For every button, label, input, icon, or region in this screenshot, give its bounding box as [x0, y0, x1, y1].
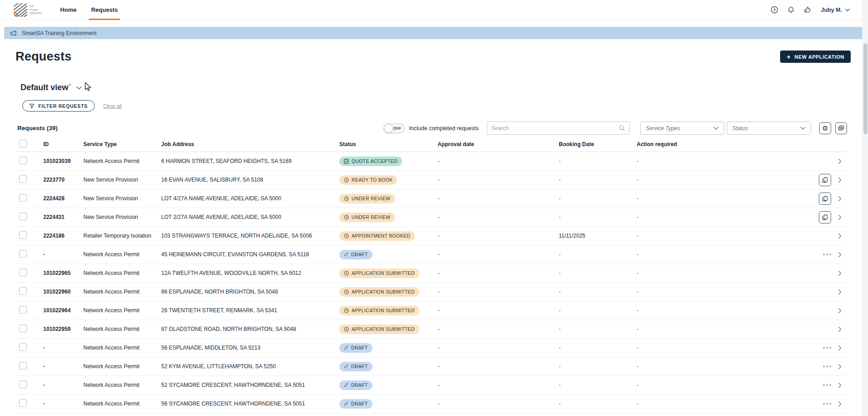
table-row[interactable]: 101022964Network Access Permit26 TWENTIE…	[16, 301, 847, 320]
duplicate-request-button[interactable]	[819, 211, 831, 223]
status-select[interactable]: Status	[727, 122, 811, 135]
row-checkbox[interactable]	[19, 269, 27, 276]
nav-item-requests[interactable]: Requests	[91, 0, 118, 20]
export-columns-button[interactable]	[835, 122, 847, 134]
chevron-right-icon	[838, 177, 842, 183]
table-row[interactable]: -Network Access Permit56 SYCAMORE CRESCE…	[16, 395, 847, 413]
row-checkbox[interactable]	[19, 157, 27, 164]
row-checkbox[interactable]	[19, 231, 27, 239]
user-menu[interactable]: Juby M.	[821, 7, 850, 13]
clock-icon	[344, 271, 349, 276]
row-checkbox[interactable]	[19, 213, 27, 220]
cell-booking-date: -	[559, 401, 637, 407]
row-checkbox[interactable]	[19, 250, 27, 258]
row-menu-button[interactable]	[823, 364, 831, 369]
table-settings-button[interactable]: ⚙	[819, 122, 831, 134]
row-menu-button[interactable]	[823, 252, 831, 257]
column-header-service-type[interactable]: Service Type	[83, 141, 161, 147]
table-row[interactable]: -Network Access Permit56 ESPLANADE, MIDD…	[16, 339, 847, 357]
row-checkbox[interactable]	[19, 343, 27, 351]
row-checkbox[interactable]	[19, 306, 27, 314]
cell-status: DRAFT	[339, 362, 438, 371]
table-row[interactable]: -Network Access Permit52 SYCAMORE CRESCE…	[16, 376, 847, 395]
filter-requests-button[interactable]: FILTER REQUESTS	[22, 100, 95, 112]
status-badge: DRAFT	[339, 380, 373, 390]
table-row[interactable]: 101023039Network Access Permit6 HARMON S…	[16, 152, 847, 171]
user-name: Juby M.	[821, 7, 842, 13]
cell-booking-date: 11/11/2025	[559, 233, 637, 239]
table-row[interactable]: 2224428New Service ProvisionLOT 4/27A NA…	[16, 189, 847, 208]
open-request-button[interactable]	[838, 326, 842, 332]
open-request-button[interactable]	[838, 382, 842, 388]
checkbox-checked-icon	[344, 159, 349, 164]
row-checkbox[interactable]	[19, 362, 27, 370]
table-header-row: ID Service Type Job Address Status Appro…	[16, 137, 847, 152]
cell-booking-date: -	[559, 345, 637, 351]
open-request-button[interactable]	[838, 289, 842, 295]
table-row[interactable]: 101022965Network Access Permit12A TWELFT…	[16, 264, 847, 283]
open-request-button[interactable]	[838, 308, 842, 314]
row-menu-button[interactable]	[823, 345, 831, 350]
cell-booking-date: -	[559, 363, 637, 370]
table-row[interactable]: -Network Access Permit52 KYM AVENUE, LIT…	[16, 357, 847, 376]
open-request-button[interactable]	[838, 270, 842, 276]
row-menu-button[interactable]	[823, 401, 831, 406]
table-row[interactable]: 2224186Retailer Temporary Isolation103 S…	[16, 227, 847, 245]
row-checkbox[interactable]	[19, 380, 27, 388]
cell-status: UNDER REVIEW	[339, 213, 438, 222]
chevron-down-icon[interactable]	[76, 86, 82, 90]
cell-action-required: -	[637, 307, 800, 314]
select-all-checkbox[interactable]	[19, 140, 27, 147]
row-checkbox[interactable]	[19, 325, 27, 332]
row-checkbox[interactable]	[19, 287, 27, 295]
column-header-status[interactable]: Status	[339, 141, 438, 147]
cell-booking-date: -	[559, 158, 637, 164]
column-header-job-address[interactable]: Job Address	[161, 141, 339, 147]
cell-action-required: -	[637, 326, 800, 332]
open-request-button[interactable]	[838, 401, 842, 407]
status-badge: APPLICATION SUBMITTED	[339, 269, 419, 278]
open-request-button[interactable]	[838, 233, 842, 239]
column-header-approval-date[interactable]: Approval date	[438, 141, 559, 147]
cell-id: -	[43, 345, 83, 351]
table-row[interactable]: 101022959Network Access Permit87 GLADSTO…	[16, 320, 847, 339]
table-row[interactable]: 101022960Network Access Permit86 ESPLANA…	[16, 283, 847, 301]
search-input[interactable]	[491, 125, 618, 132]
open-request-button[interactable]	[838, 196, 842, 202]
cell-service-type: Network Access Permit	[83, 307, 161, 314]
row-checkbox[interactable]	[19, 194, 27, 202]
cell-service-type: Network Access Permit	[83, 382, 161, 388]
open-request-button[interactable]	[838, 158, 842, 164]
open-request-button[interactable]	[838, 177, 842, 183]
open-request-button[interactable]	[838, 214, 842, 220]
duplicate-request-button[interactable]	[819, 174, 831, 186]
open-request-button[interactable]	[838, 364, 842, 370]
row-checkbox[interactable]	[19, 399, 27, 407]
cell-job-address: 86 ESPLANADE, NORTH BRIGHTON, SA 5048	[161, 289, 339, 295]
scrollbar-thumb[interactable]	[863, 43, 868, 134]
cell-service-type: Network Access Permit	[83, 326, 161, 332]
open-request-button[interactable]	[838, 345, 842, 351]
table-row[interactable]: -Network Access Permit45 HEINEMANN CIRCU…	[16, 245, 847, 264]
view-selector[interactable]: Default view*	[20, 83, 71, 92]
service-types-select[interactable]: Service Types	[640, 122, 724, 135]
row-menu-button[interactable]	[823, 382, 831, 388]
notifications-button[interactable]	[787, 6, 795, 14]
duplicate-request-button[interactable]	[819, 193, 831, 205]
help-button[interactable]: ?	[771, 6, 778, 14]
column-header-id[interactable]: ID	[43, 141, 83, 147]
include-completed-toggle[interactable]: OFF	[383, 123, 405, 133]
row-checkbox[interactable]	[19, 175, 27, 183]
column-header-booking-date[interactable]: Booking Date	[559, 141, 637, 147]
cell-booking-date: -	[559, 270, 637, 276]
clear-all-link[interactable]: Clear all	[103, 103, 122, 109]
new-application-button[interactable]: + NEW APPLICATION	[780, 51, 851, 63]
table-row[interactable]: 2224431New Service ProvisionLOT 2/27A NA…	[16, 208, 847, 227]
feedback-button[interactable]	[804, 6, 812, 14]
nav-item-home[interactable]: Home	[60, 0, 77, 20]
column-header-action-required[interactable]: Action required	[637, 141, 800, 147]
table-row[interactable]: 2223770New Service Provision16 EVAN AVEN…	[16, 171, 847, 189]
status-badge: DRAFT	[339, 250, 373, 259]
logo-wordmark: SAPowerNetworks	[30, 5, 42, 15]
open-request-button[interactable]	[838, 252, 842, 258]
